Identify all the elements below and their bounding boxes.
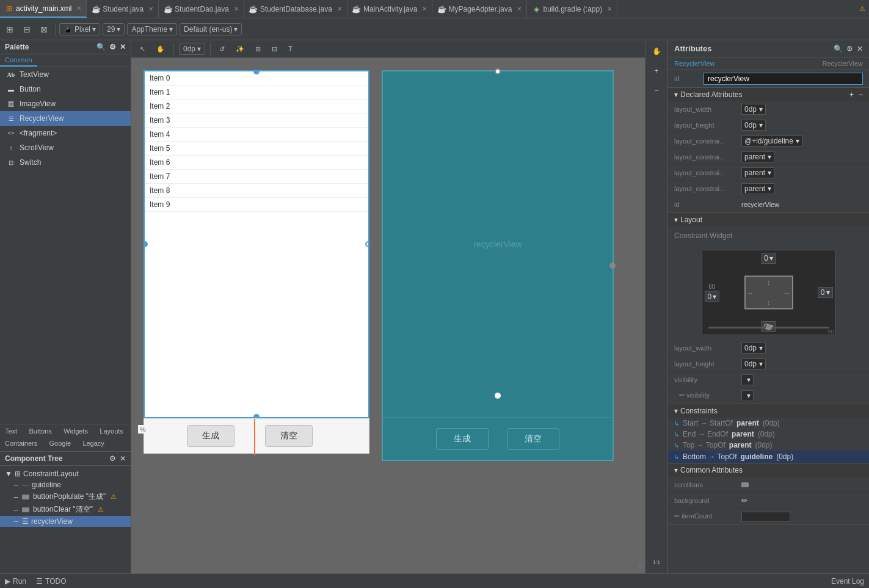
theme-dropdown[interactable]: AppTheme ▾ xyxy=(127,23,177,35)
tab-close-3[interactable]: ✕ xyxy=(337,5,342,12)
btn-clear-white[interactable]: 清空 xyxy=(265,425,313,447)
attr-settings-icon[interactable]: ⚙ xyxy=(846,45,853,53)
attr-close-icon[interactable]: ✕ xyxy=(857,45,863,53)
visibility2-dropdown[interactable]: ▾ xyxy=(741,390,754,401)
cw-right-dropdown[interactable]: 0▾ xyxy=(818,287,833,298)
text-btn[interactable]: T xyxy=(285,43,296,54)
attr-visibility-2[interactable]: ✏ visibility ▾ xyxy=(668,388,869,404)
device-dropdown[interactable]: 📱 Pixel ▾ xyxy=(59,23,100,35)
palette-item-imageview[interactable]: 🖼 ImageView xyxy=(0,96,131,111)
palette-search-icon[interactable]: 🔍 xyxy=(96,43,106,51)
palette-item-textview[interactable]: Ab TextView xyxy=(0,67,131,82)
tab-student-dao[interactable]: ☕ StudentDao.java ✕ xyxy=(159,0,244,18)
attr-constrai-3[interactable]: layout_constrai... parent ▾ xyxy=(668,165,869,181)
tab-main-activity[interactable]: ☕ MainActivity.java ✕ xyxy=(347,0,432,18)
attr-visibility-1[interactable]: visibility ▾ xyxy=(668,372,869,388)
teal-handle-right[interactable] xyxy=(609,263,616,269)
common-section-header[interactable]: ▾ Common Attributes xyxy=(668,463,869,477)
palette-settings-icon[interactable]: ⚙ xyxy=(109,43,116,51)
panning-btn[interactable]: ✋ xyxy=(153,43,169,55)
warning-btn[interactable]: ⚠ xyxy=(856,0,869,18)
blueprint-mode-btn[interactable]: ⊟ xyxy=(20,23,34,36)
palette-cat-buttons[interactable]: Buttons xyxy=(24,426,57,438)
tab-close-5[interactable]: ✕ xyxy=(517,5,522,12)
palette-item-scrollview[interactable]: ↕ ScrollView xyxy=(0,140,131,155)
teal-handle-bottom[interactable] xyxy=(495,393,501,399)
tree-item-recyclerview[interactable]: – ☰ recyclerView xyxy=(0,516,131,527)
tab-close-2[interactable]: ✕ xyxy=(234,5,239,12)
align-btn[interactable]: ⊞ xyxy=(252,43,264,55)
cw-h-thumb[interactable] xyxy=(766,324,772,330)
constrai-2-dropdown[interactable]: parent ▾ xyxy=(741,151,774,162)
lw2-dropdown[interactable]: 0dp▾ xyxy=(741,343,766,354)
tree-item-constraintlayout[interactable]: ▼ ⊞ ConstraintLayout xyxy=(0,468,131,479)
palette-item-button[interactable]: ▬ Button xyxy=(0,82,131,96)
constrai-3-dropdown[interactable]: parent ▾ xyxy=(741,167,774,178)
attr-constrai-2[interactable]: layout_constrai... parent ▾ xyxy=(668,149,869,165)
add-attr-icon[interactable]: + xyxy=(849,90,854,99)
btn-clear-teal[interactable]: 清空 xyxy=(507,428,559,450)
attr-item-count[interactable]: ✏ itemCount xyxy=(668,509,869,524)
status-run[interactable]: ▶ Run xyxy=(5,577,26,586)
locale-dropdown[interactable]: Default (en-us) ▾ xyxy=(180,23,242,35)
tab-close-1[interactable]: ✕ xyxy=(148,5,153,12)
api-dropdown[interactable]: 29 ▾ xyxy=(103,23,125,35)
attr-search-icon[interactable]: 🔍 xyxy=(834,45,843,53)
attr-scrollbars[interactable]: scrollbars xyxy=(668,477,869,493)
tab-close-4[interactable]: ✕ xyxy=(422,5,427,12)
split-mode-btn[interactable]: ⊠ xyxy=(37,23,51,36)
declared-section-header[interactable]: ▾ Declared Attributes + − xyxy=(668,88,869,101)
lh2-dropdown[interactable]: 0dp▾ xyxy=(741,358,766,369)
attr-layout-width[interactable]: layout_width 0dp ▾ xyxy=(668,101,869,117)
constrai-4-dropdown[interactable]: parent ▾ xyxy=(741,183,774,194)
attr-id-declared[interactable]: id recyclerView xyxy=(668,197,869,212)
item-count-input[interactable] xyxy=(741,512,790,521)
tab-student-db[interactable]: ☕ StudentDatabase.java ✕ xyxy=(244,0,347,18)
handle-right[interactable] xyxy=(365,241,369,247)
tab-my-page[interactable]: ☕ MyPageAdpter.java ✕ xyxy=(432,0,527,18)
handle-left[interactable] xyxy=(144,241,148,247)
palette-cat-widgets[interactable]: Widgets xyxy=(59,426,93,438)
tree-settings-icon[interactable]: ⚙ xyxy=(109,454,116,463)
attr-lw-2[interactable]: layout_width 0dp▾ xyxy=(668,340,869,356)
minus-attr-icon[interactable]: − xyxy=(859,90,863,99)
tab-close-6[interactable]: ✕ xyxy=(607,5,612,12)
tree-item-button-populate[interactable]: – buttonPoplulate "生成" ⚠ xyxy=(0,490,131,503)
refresh-btn[interactable]: ↺ xyxy=(216,43,228,55)
palette-cat-legacy[interactable]: Legacy xyxy=(78,438,109,450)
select-btn[interactable]: ↖ xyxy=(136,43,149,55)
cw-top-dropdown[interactable]: 0▾ xyxy=(761,253,776,264)
layout-height-dropdown[interactable]: 0dp ▾ xyxy=(741,120,766,131)
background-edit-icon[interactable]: ✏ xyxy=(741,496,747,505)
attr-constrai-1[interactable]: layout_constrai... @+id/guideline ▾ xyxy=(668,133,869,149)
side-ratio-btn[interactable]: 1:1 xyxy=(648,554,665,571)
attr-background[interactable]: background ✏ xyxy=(668,493,869,509)
tab-close-0[interactable]: ✕ xyxy=(76,5,81,12)
handle-bottom[interactable] xyxy=(253,414,260,418)
attr-lh-2[interactable]: layout_height 0dp▾ xyxy=(668,356,869,372)
tab-build-gradle[interactable]: ◈ build.gradle (:app) ✕ xyxy=(527,0,617,18)
layout-section-header[interactable]: ▾ Layout xyxy=(668,213,869,227)
tree-item-button-clear[interactable]: – buttonClear "清空" ⚠ xyxy=(0,503,131,516)
layout-width-dropdown[interactable]: 0dp ▾ xyxy=(741,104,766,115)
recyclerview-widget[interactable]: Item 0 Item 1 Item 2 Item 3 Item 4 Item … xyxy=(144,70,369,418)
palette-cat-containers[interactable]: Containers xyxy=(0,438,42,450)
palette-close-icon[interactable]: ✕ xyxy=(120,43,126,51)
magic-btn[interactable]: ✨ xyxy=(232,43,248,55)
cw-h-slider[interactable] xyxy=(708,327,829,328)
teal-handle-top[interactable] xyxy=(495,68,501,74)
palette-item-switch[interactable]: ⊡ Switch xyxy=(0,155,131,170)
tree-close-icon[interactable]: ✕ xyxy=(120,454,126,463)
side-zoom-in-btn[interactable]: + xyxy=(648,62,665,79)
cw-left-dropdown[interactable]: 0▾ xyxy=(705,291,720,302)
distribute-btn[interactable]: ⊟ xyxy=(268,43,281,55)
zoom-dropdown[interactable]: 0dp ▾ xyxy=(179,43,205,55)
palette-cat-google[interactable]: Google xyxy=(45,438,76,450)
canvas-container[interactable]: Item 0 Item 1 Item 2 Item 3 Item 4 Item … xyxy=(131,58,645,573)
design-mode-btn[interactable]: ⊞ xyxy=(2,23,17,36)
palette-cat-layouts[interactable]: Layouts xyxy=(95,426,128,438)
palette-cat-text[interactable]: Text xyxy=(0,426,22,438)
btn-generate-teal[interactable]: 生成 xyxy=(436,428,489,450)
status-todo[interactable]: ☰ TODO xyxy=(36,577,66,586)
attr-id-input[interactable] xyxy=(704,73,863,85)
